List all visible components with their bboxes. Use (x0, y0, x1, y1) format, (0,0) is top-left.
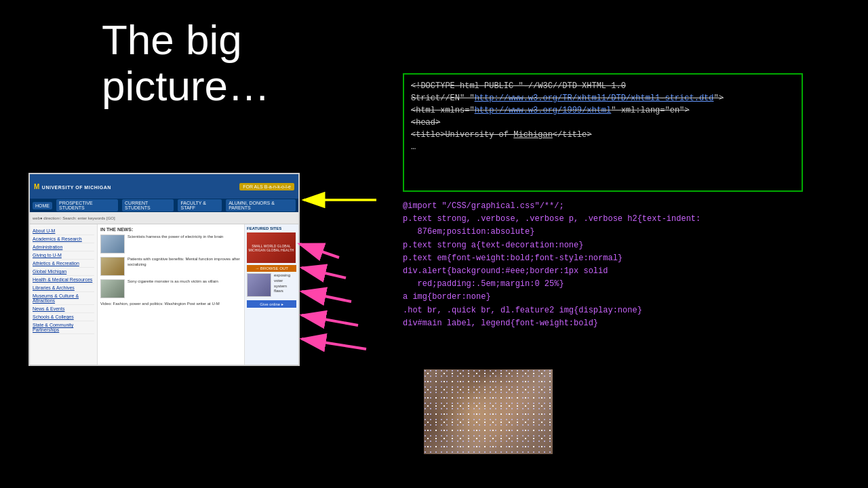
website-screenshot: M UNIVERSITY OF MICHIGAN FOR ALS B-a-n-k… (28, 173, 300, 366)
site-nav: HOME PROSPECTIVE STUDENTS CURRENT STUDEN… (30, 199, 298, 212)
site-header: M UNIVERSITY OF MICHIGAN FOR ALS B-a-n-k… (30, 174, 298, 199)
news-item-2: Patients with cognitive benefits: Mental… (100, 257, 241, 276)
news-img-1 (100, 235, 125, 253)
code-line-1: <!DOCTYPE html PUBLIC "-//W3C//DTD XHTML… (411, 81, 626, 91)
css-line-7: a img{border:none} (403, 291, 803, 304)
code-line-3: <html xmlns="http://www.w3.org/1999/xhtm… (411, 106, 689, 115)
news-text-3: Sony cigarette monster is as much victim… (127, 279, 218, 285)
site-main: IN THE NEWS: Scientists harness the powe… (98, 224, 244, 366)
pink-arrow-4 (302, 315, 358, 325)
css-line-9: div#main label, legend{font-weight:bold} (403, 317, 803, 330)
slide-title: The big picture… (102, 17, 270, 109)
give-online: Give online ▸ (247, 300, 296, 308)
sidebar-health: Health & Medical Resources (33, 276, 94, 284)
nav-home: HOME (33, 202, 52, 209)
news-text-1: Scientists harness the power of electric… (127, 235, 223, 240)
sidebar-global: Global Michigan (33, 268, 94, 276)
site-body: About U-M Academics & Research Administr… (30, 224, 298, 366)
sidebar-state: State & Community Partnerships (33, 321, 94, 334)
sidebar-news: News & Events (33, 305, 94, 313)
nav-prospective: PROSPECTIVE STUDENTS (56, 199, 118, 211)
featured-title: FEATURED SITES (247, 226, 296, 230)
site-sidebar: About U-M Academics & Research Administr… (30, 224, 98, 366)
css-line-3: p.text strong a{text-decoration:none} (403, 239, 803, 252)
sidebar-libraries: Libraries & Archives (33, 284, 94, 292)
pink-arrow-3 (302, 291, 351, 302)
news-item-3: Sony cigarette monster is as much victim… (100, 279, 241, 298)
sidebar-schools: Schools & Colleges (33, 313, 94, 321)
news-item-4: Video: Fashion, power and politics: Wash… (100, 302, 241, 307)
news-img-3 (100, 279, 125, 298)
search-text: web● direction○ Search: enter keywords [… (33, 216, 115, 220)
voter-text: exposing voter system flaws (274, 273, 296, 294)
news-img-2 (100, 257, 125, 276)
css-line-8: .hot br, .quick br, dl.feature2 img{disp… (403, 304, 803, 317)
code-box: <!DOCTYPE html PUBLIC "-//W3C//DTD XHTML… (403, 73, 803, 192)
news-item-1: Scientists harness the power of electric… (100, 235, 241, 253)
pink-arrow-2 (302, 268, 346, 278)
news-title: IN THE NEWS: (100, 227, 241, 232)
pink-arrow-5 (302, 339, 366, 349)
browse-out: → BROWSE OUT (247, 265, 296, 272)
title-line1: The big (102, 16, 242, 63)
nav-faculty: FACULTY & STAFF (178, 199, 222, 211)
sidebar-giving: Giving to U-M (33, 251, 94, 260)
code-line-5: <title>University of Michigan</title> (411, 130, 591, 140)
featured-img: SMALL WORLD GLOBAL MICHIGAN GLOBAL HEALT… (247, 232, 296, 263)
dtd-link[interactable]: http://www.w3.org/TR/xhtml1/DTD/xhtml1-s… (475, 94, 714, 103)
code-line-4: <head> (411, 118, 440, 127)
sidebar-admin: Administration (33, 243, 94, 251)
sidebar-athletics: Athletics & Recreation (33, 260, 94, 268)
site-search-bar: web● direction○ Search: enter keywords [… (30, 212, 298, 224)
css-line-1: @import "/CSS/graphical.css"/**/; (403, 200, 803, 213)
css-line-2: p.text strong, .verbose, .verbose p, .ve… (403, 213, 803, 239)
site-featured: FEATURED SITES SMALL WORLD GLOBAL MICHIG… (244, 224, 298, 366)
voter-img (247, 273, 271, 297)
css-line-4: p.text em{font-weight:bold;font-style:no… (403, 252, 803, 265)
code-ellipsis: … (411, 142, 416, 152)
xmlns-link[interactable]: http://www.w3.org/1999/xhtml (475, 106, 612, 115)
nav-alumni: ALUMNI, DONORS & PARENTS (226, 199, 296, 211)
nav-current: CURRENT STUDENTS (122, 199, 174, 211)
css-line-6: red;padding:.5em;margin:0 25%} (403, 278, 803, 291)
news-text-2: Patients with cognitive benefits: Mental… (127, 257, 241, 268)
title-line2: picture… (102, 62, 270, 109)
pink-arrow-1 (300, 244, 339, 258)
css-block: @import "/CSS/graphical.css"/**/; p.text… (403, 200, 803, 330)
featured-item: exposing voter system flaws (247, 273, 296, 297)
sidebar-academics: Academics & Research (33, 235, 94, 243)
sidebar-about: About U-M (33, 227, 94, 235)
code-line-2: Strict//EN" "http://www.w3.org/TR/xhtml1… (411, 94, 724, 103)
news-text-4: Video: Fashion, power and politics: Wash… (100, 302, 220, 307)
css-line-5: div.alert{background:#eee;border:1px sol… (403, 265, 803, 278)
sidebar-museums: Museums & Culture & Attractions (33, 292, 94, 305)
site-logo: M UNIVERSITY OF MICHIGAN (34, 183, 111, 190)
brain-dots-overlay (424, 369, 553, 454)
code-box-text: <!DOCTYPE html PUBLIC "-//W3C//DTD XHTML… (411, 80, 795, 153)
